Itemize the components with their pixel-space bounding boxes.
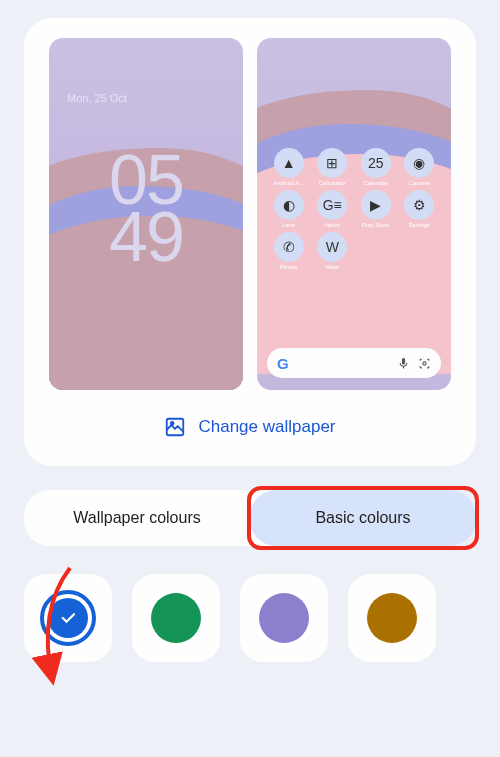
tab-label: Basic colours: [315, 509, 410, 527]
app-icon-circle: 25: [361, 148, 391, 178]
app-icon: WWear: [311, 232, 355, 270]
color-tabs: Wallpaper colours Basic colours: [24, 490, 476, 546]
color-swatch[interactable]: [132, 574, 220, 662]
app-icon: [354, 232, 398, 270]
change-wallpaper-label: Change wallpaper: [198, 417, 335, 437]
color-circle: [259, 593, 309, 643]
lockscreen-date: Mon, 25 Oct: [67, 92, 127, 104]
app-icon: ◉Camera: [398, 148, 442, 186]
app-label: Camera: [409, 180, 430, 186]
app-label: Calculator: [319, 180, 346, 186]
color-circle: [40, 590, 96, 646]
tab-basic-colours[interactable]: Basic colours: [250, 490, 476, 546]
app-label: Android A...: [273, 180, 304, 186]
app-icon-circle: ✆: [274, 232, 304, 262]
app-icon-circle: ▶: [361, 190, 391, 220]
color-swatch[interactable]: [240, 574, 328, 662]
preview-card: Mon, 25 Oct 05 49 ▲Android A...⊞Calculat…: [24, 18, 476, 466]
color-swatch[interactable]: [24, 574, 112, 662]
app-icon: [398, 232, 442, 270]
search-bar: G: [267, 348, 441, 378]
svg-point-0: [423, 361, 426, 364]
app-icon: ◐Lens: [267, 190, 311, 228]
app-icon: ▶Play Store: [354, 190, 398, 228]
app-icon-circle: ▲: [274, 148, 304, 178]
mic-icon: [397, 357, 410, 370]
color-circle: [151, 593, 201, 643]
app-label: Play Store: [362, 222, 390, 228]
tab-label: Wallpaper colours: [73, 509, 200, 527]
app-icon-circle: ◐: [274, 190, 304, 220]
lockscreen-preview[interactable]: Mon, 25 Oct 05 49: [49, 38, 243, 390]
color-circle: [367, 593, 417, 643]
color-swatch[interactable]: [348, 574, 436, 662]
color-swatch-row: [24, 574, 476, 662]
app-icon: ▲Android A...: [267, 148, 311, 186]
app-label: Lens: [282, 222, 295, 228]
app-icon: 25Calendar: [354, 148, 398, 186]
check-icon: [48, 598, 88, 638]
app-icon: G≡News: [311, 190, 355, 228]
app-icon-circle: G≡: [317, 190, 347, 220]
app-label: News: [325, 222, 340, 228]
tab-wallpaper-colours[interactable]: Wallpaper colours: [24, 490, 250, 546]
app-grid: ▲Android A...⊞Calculator25Calendar◉Camer…: [257, 148, 451, 270]
app-label: Calendar: [364, 180, 388, 186]
app-label: Settings: [408, 222, 430, 228]
lockscreen-clock: 05 49: [109, 152, 183, 267]
app-icon: ⚙Settings: [398, 190, 442, 228]
homescreen-preview[interactable]: ▲Android A...⊞Calculator25Calendar◉Camer…: [257, 38, 451, 390]
app-icon-circle: ◉: [404, 148, 434, 178]
app-icon-circle: W: [317, 232, 347, 262]
app-icon-circle: ⚙: [404, 190, 434, 220]
app-icon: ✆Phone: [267, 232, 311, 270]
app-label: Wear: [325, 264, 339, 270]
wallpaper-icon: [164, 416, 186, 438]
preview-row: Mon, 25 Oct 05 49 ▲Android A...⊞Calculat…: [42, 38, 458, 390]
clock-minutes: 49: [109, 209, 183, 266]
svg-point-2: [171, 422, 174, 425]
lens-icon: [418, 357, 431, 370]
app-icon-circle: ⊞: [317, 148, 347, 178]
app-label: Phone: [280, 264, 297, 270]
google-logo: G: [277, 355, 289, 372]
change-wallpaper-button[interactable]: Change wallpaper: [42, 416, 458, 438]
app-icon: ⊞Calculator: [311, 148, 355, 186]
